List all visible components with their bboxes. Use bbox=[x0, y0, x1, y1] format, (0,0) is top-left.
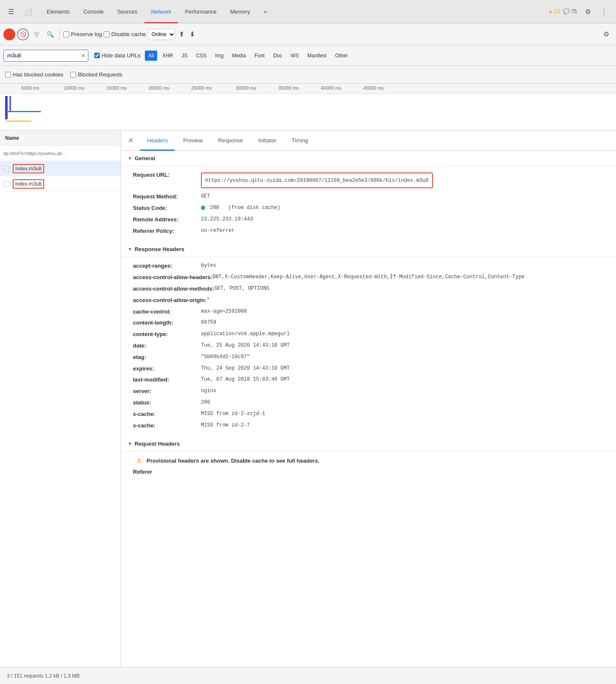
tab-performance[interactable]: Performance bbox=[178, 0, 223, 23]
hide-data-urls-label[interactable]: Hide data URLs bbox=[94, 52, 141, 59]
general-triangle-icon: ▼ bbox=[128, 156, 132, 161]
response-headers-section-header[interactable]: ▼ Response Headers bbox=[121, 242, 616, 257]
cursor-icon[interactable]: ☰ bbox=[3, 4, 19, 19]
stop-button[interactable]: 🚫 bbox=[17, 28, 29, 40]
x-cache-2-row: x-cache: MISS from zd-2-7 bbox=[133, 420, 609, 432]
date-row: date: Tue, 25 Aug 2020 14:43:10 GMT bbox=[133, 340, 609, 352]
server-value: nginx bbox=[201, 387, 216, 396]
accept-ranges-row: accept-ranges: bytes bbox=[133, 260, 609, 272]
tab-more[interactable]: » bbox=[257, 0, 274, 23]
detail-tabs: ✕ Headers Preview Response Initiator Tim… bbox=[121, 130, 616, 151]
request-url-key: Request URL: bbox=[133, 171, 201, 190]
general-section-header[interactable]: ▼ General bbox=[121, 151, 616, 166]
timeline-bar-3 bbox=[7, 111, 41, 112]
filter-manifest-button[interactable]: Manifest bbox=[304, 51, 330, 61]
detail-close-icon[interactable]: ✕ bbox=[124, 136, 137, 144]
disable-cache-label[interactable]: Disable cache bbox=[104, 31, 146, 37]
preserve-log-label[interactable]: Preserve log bbox=[63, 31, 102, 37]
filter-img-button[interactable]: Img bbox=[212, 51, 227, 61]
search-icon[interactable]: 🔍 bbox=[44, 28, 56, 40]
tick-25000: 25000 ms bbox=[191, 85, 212, 90]
main-content: Name dp.html?v=https://yushou.qit... ind… bbox=[0, 130, 616, 667]
tab-headers[interactable]: Headers bbox=[140, 130, 175, 151]
filter-icon[interactable]: ▽ bbox=[31, 28, 42, 40]
tab-preview[interactable]: Preview bbox=[176, 130, 209, 151]
preserve-log-checkbox[interactable] bbox=[63, 31, 69, 37]
filter-js-button[interactable]: JS bbox=[178, 51, 191, 61]
timeline-graph[interactable] bbox=[0, 94, 616, 130]
referrer-policy-row: Referrer Policy: no-referrer bbox=[133, 226, 609, 237]
tab-response[interactable]: Response bbox=[211, 130, 250, 151]
filter-xhr-button[interactable]: XHR bbox=[159, 51, 176, 61]
tab-network[interactable]: Network bbox=[144, 0, 178, 23]
search-input-wrap: ✕ bbox=[3, 50, 88, 62]
request-method-key: Request Method: bbox=[133, 192, 201, 201]
request-headers-section-header[interactable]: ▼ Request Headers bbox=[121, 436, 616, 452]
general-section-content: Request URL: https://yushou.qitu-zuida.c… bbox=[121, 166, 616, 242]
provisional-headers-note: ⚠ Provisional headers are shown. Disable… bbox=[133, 455, 609, 466]
hide-data-urls-checkbox[interactable] bbox=[94, 53, 100, 58]
list-item[interactable]: dp.html?v=https://yushou.qit... bbox=[0, 146, 121, 161]
last-modified-value: Tue, 07 Aug 2018 15:03:46 GMT bbox=[201, 376, 290, 384]
list-item-checkbox[interactable] bbox=[3, 166, 9, 172]
tab-timing[interactable]: Timing bbox=[285, 130, 315, 151]
tick-10000: 10000 ms bbox=[64, 85, 84, 90]
has-blocked-cookies-checkbox[interactable] bbox=[5, 72, 11, 78]
blocked-requests-label[interactable]: Blocked Requests bbox=[70, 71, 122, 78]
filter-ws-button[interactable]: WS bbox=[287, 51, 302, 61]
list-item[interactable]: index.m3u8 bbox=[0, 176, 121, 192]
details-panel: ✕ Headers Preview Response Initiator Tim… bbox=[121, 130, 616, 667]
list-item-checkbox[interactable] bbox=[3, 181, 9, 187]
filter-css-button[interactable]: CSS bbox=[192, 51, 210, 61]
network-throttle-select[interactable]: Online bbox=[148, 29, 175, 40]
warning-count-badge: ▲ 23 bbox=[548, 8, 560, 14]
search-clear-icon[interactable]: ✕ bbox=[81, 52, 86, 59]
expires-value: Thu, 24 Sep 2020 14:43:10 GMT bbox=[201, 365, 290, 373]
filter-font-button[interactable]: Font bbox=[251, 51, 268, 61]
x-cache-1-row: x-cache: MISS from zd-2-zzjd-1 bbox=[133, 409, 609, 420]
tab-elements[interactable]: Elements bbox=[40, 0, 76, 23]
network-settings-icon[interactable]: ⚙ bbox=[600, 30, 613, 38]
timeline-bar-1 bbox=[5, 96, 8, 119]
record-button[interactable] bbox=[3, 28, 15, 40]
tick-35000: 35000 ms bbox=[278, 85, 299, 90]
list-item-name: index.m3u8 bbox=[13, 164, 44, 173]
request-method-row: Request Method: GET bbox=[133, 191, 609, 203]
devtools-more-icon[interactable]: ⋮ bbox=[596, 4, 612, 19]
timeline-ruler: 5000 ms 10000 ms 15000 ms 20000 ms 25000… bbox=[0, 84, 616, 94]
date-key: date: bbox=[133, 342, 201, 350]
accept-ranges-key: accept-ranges: bbox=[133, 262, 201, 271]
access-control-allow-methods-value: GET, POST, OPTIONS bbox=[214, 285, 269, 294]
upload-icon[interactable]: ⬆ bbox=[177, 30, 186, 38]
tab-console[interactable]: Console bbox=[76, 0, 110, 23]
access-control-allow-headers-value: DNT,X-CustomHeader,Keep-Alive,User-Agent… bbox=[212, 273, 525, 282]
download-icon[interactable]: ⬇ bbox=[188, 30, 197, 38]
filter-media-button[interactable]: Media bbox=[229, 51, 249, 61]
access-control-allow-methods-key: access-control-allow-methods: bbox=[133, 285, 214, 294]
device-toggle-icon[interactable]: ⬜ bbox=[20, 4, 36, 19]
content-type-key: content-type: bbox=[133, 330, 201, 339]
tab-sources[interactable]: Sources bbox=[110, 0, 144, 23]
list-item-name: index.m3u8 bbox=[13, 179, 44, 189]
accept-ranges-value: bytes bbox=[201, 262, 216, 271]
filter-all-button[interactable]: All bbox=[145, 51, 157, 61]
referrer-policy-key: Referrer Policy: bbox=[133, 227, 201, 236]
etag-row: etag: "5b69b4d2-10c97" bbox=[133, 352, 609, 363]
last-modified-row: last-modified: Tue, 07 Aug 2018 15:03:46… bbox=[133, 374, 609, 386]
access-control-allow-headers-row: access-control-allow-headers: DNT,X-Cust… bbox=[133, 272, 609, 283]
blocked-requests-checkbox[interactable] bbox=[70, 72, 76, 78]
status-bar: 3 / 151 requests 1.2 kB / 1.3 MB bbox=[0, 667, 616, 684]
server-row: server: nginx bbox=[133, 386, 609, 397]
search-input[interactable] bbox=[3, 50, 88, 62]
tick-15000: 15000 ms bbox=[106, 85, 127, 90]
devtools-settings-icon[interactable]: ⚙ bbox=[580, 4, 596, 19]
list-item[interactable]: index.m3u8 bbox=[0, 161, 121, 176]
filter-other-button[interactable]: Other bbox=[332, 51, 351, 61]
server-key: server: bbox=[133, 387, 201, 396]
disable-cache-checkbox[interactable] bbox=[104, 31, 110, 37]
status-row: status: 200 bbox=[133, 397, 609, 409]
tab-memory[interactable]: Memory bbox=[223, 0, 257, 23]
tab-initiator[interactable]: Initiator bbox=[251, 130, 283, 151]
has-blocked-cookies-label[interactable]: Has blocked cookies bbox=[5, 71, 63, 78]
filter-doc-button[interactable]: Doc bbox=[270, 51, 285, 61]
